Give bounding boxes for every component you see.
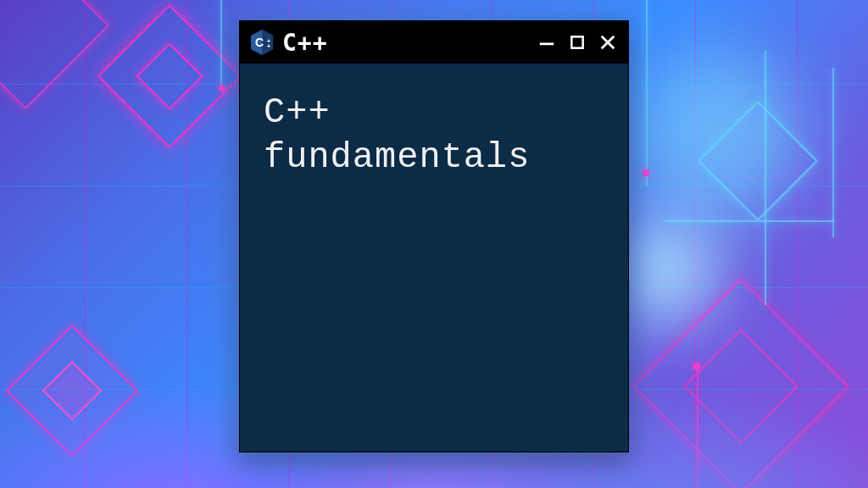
- cpp-hexagon-icon: C + +: [250, 29, 274, 56]
- terminal-window: C + + C++ C++ fundamentals: [239, 20, 629, 452]
- close-button[interactable]: [598, 32, 618, 53]
- svg-text:C: C: [255, 36, 264, 49]
- svg-rect-6: [571, 36, 582, 47]
- maximize-button[interactable]: [567, 32, 587, 53]
- window-title: C++: [282, 29, 528, 57]
- window-controls: [537, 32, 618, 53]
- terminal-content: C++ fundamentals: [240, 64, 628, 207]
- svg-text:+: +: [267, 43, 270, 49]
- titlebar[interactable]: C + + C++: [240, 21, 628, 64]
- content-line-1: C++: [264, 92, 331, 133]
- minimize-button[interactable]: [537, 32, 557, 53]
- content-line-2: fundamentals: [264, 137, 530, 178]
